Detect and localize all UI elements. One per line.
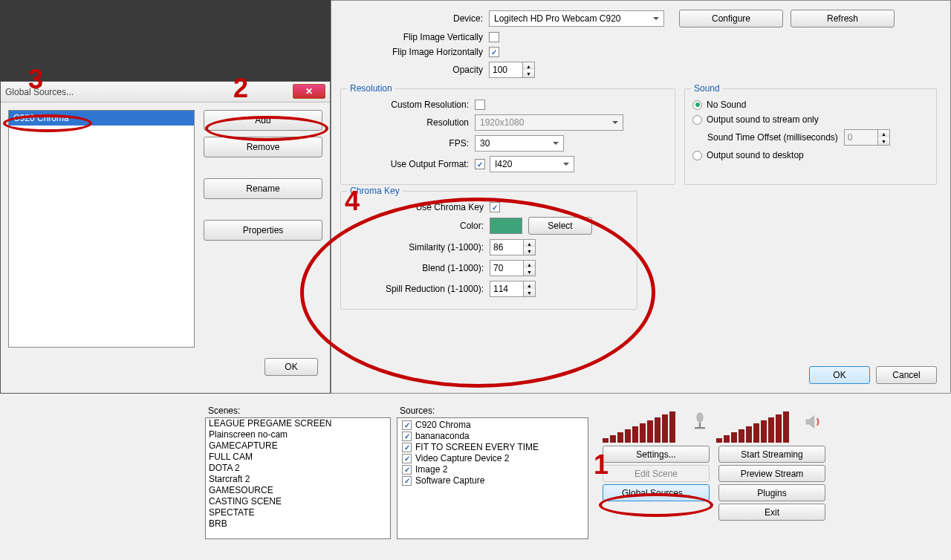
color-label: Color: — [348, 221, 490, 231]
source-item[interactable]: Image 2 — [399, 464, 586, 475]
scene-item[interactable]: GAMESOURCE — [206, 485, 390, 496]
use-chroma-checkbox[interactable] — [490, 202, 500, 212]
mic-icon[interactable] — [689, 411, 710, 432]
ok-button[interactable]: OK — [809, 366, 870, 384]
start-streaming-button[interactable]: Start Streaming — [718, 446, 825, 463]
source-item[interactable]: C920 Chroma — [399, 420, 586, 431]
global-source-item[interactable]: C920 Chroma — [9, 111, 194, 126]
scene-item[interactable]: LEAGUE PREGAME SCREEN — [206, 418, 390, 429]
device-label: Device: — [340, 13, 489, 24]
scene-item[interactable]: FULL CAM — [206, 452, 390, 463]
gs-ok-button[interactable]: OK — [264, 358, 318, 376]
resolution-dropdown[interactable]: 1920x1080 — [475, 114, 623, 131]
settings-button[interactable]: Settings... — [603, 446, 710, 463]
configure-button[interactable]: Configure — [679, 10, 783, 27]
main-window-bottom: Scenes: LEAGUE PREGAME SCREENPlainscreen… — [0, 401, 951, 560]
audio-meters — [603, 406, 825, 444]
source-checkbox[interactable] — [402, 454, 412, 463]
format-label: Use Output Format: — [348, 159, 475, 169]
select-color-button[interactable]: Select — [528, 217, 592, 235]
scene-item[interactable]: GAMECAPTURE — [206, 440, 390, 452]
background-dark — [0, 0, 331, 82]
sources-list[interactable]: C920 ChromabananacondaFIT TO SCREEN EVER… — [397, 417, 588, 539]
flip-v-label: Flip Image Vertically — [340, 32, 489, 42]
device-dropdown[interactable]: Logitech HD Pro Webcam C920 — [489, 10, 664, 27]
source-checkbox[interactable] — [402, 420, 412, 430]
format-checkbox[interactable] — [475, 159, 485, 169]
add-button[interactable]: Add — [204, 110, 322, 131]
stream-sound-radio[interactable] — [692, 115, 702, 125]
sound-group: Sound No Sound Output sound to stream on… — [684, 88, 937, 185]
desktop-sound-radio[interactable] — [692, 151, 702, 160]
scene-item[interactable]: CASTING SCENE — [206, 496, 390, 507]
opacity-spinner[interactable]: ▲▼ — [489, 62, 535, 78]
fps-label: FPS: — [348, 138, 475, 149]
blend-label: Blend (1-1000): — [348, 263, 490, 273]
scenes-list[interactable]: LEAGUE PREGAME SCREENPlainscreen no-camG… — [205, 417, 391, 539]
close-button[interactable]: ✕ — [293, 84, 325, 99]
spill-spinner[interactable]: ▲▼ — [490, 281, 536, 297]
scene-item[interactable]: Plainscreen no-cam — [206, 429, 390, 440]
source-item[interactable]: bananaconda — [399, 431, 586, 442]
chroma-group: Chroma Key Use Chroma Key Color: Select … — [340, 191, 637, 310]
plugins-button[interactable]: Plugins — [718, 484, 825, 501]
color-swatch — [490, 218, 522, 234]
scenes-label: Scenes: — [208, 406, 391, 416]
format-dropdown[interactable]: I420 — [490, 156, 574, 172]
scene-item[interactable]: Starcraft 2 — [206, 474, 390, 485]
global-sources-button[interactable]: Global Sources... — [603, 484, 710, 501]
opacity-label: Opacity — [340, 65, 489, 75]
mic-meter — [603, 406, 712, 443]
scene-item[interactable]: SPECTATE — [206, 507, 390, 518]
custom-res-label: Custom Resolution: — [348, 100, 475, 110]
properties-button[interactable]: Properties — [204, 220, 322, 241]
use-chroma-label: Use Chroma Key — [348, 202, 490, 212]
rename-button[interactable]: Rename — [204, 178, 322, 199]
edit-scene-button: Edit Scene — [603, 465, 710, 482]
source-checkbox[interactable] — [402, 432, 412, 441]
spill-label: Spill Reduction (1-1000): — [348, 284, 490, 294]
exit-button[interactable]: Exit — [718, 504, 825, 521]
fps-dropdown[interactable]: 30 — [475, 135, 564, 152]
no-sound-radio[interactable] — [692, 100, 702, 110]
similarity-label: Similarity (1-1000): — [348, 242, 490, 253]
blend-spinner[interactable]: ▲▼ — [490, 260, 536, 276]
source-item[interactable]: Software Capture — [399, 475, 586, 486]
speaker-icon[interactable] — [803, 411, 824, 432]
dialog-titlebar[interactable]: Global Sources... ✕ — [1, 82, 330, 102]
svg-point-0 — [696, 412, 703, 423]
flip-h-label: Flip Image Horizontally — [340, 47, 489, 57]
offset-label: Sound Time Offset (milliseconds) — [707, 132, 838, 143]
source-item[interactable]: FIT TO SCREEN EVERY TIME — [399, 442, 586, 453]
offset-spinner[interactable]: ▲▼ — [844, 129, 890, 146]
source-item[interactable]: Video Capture Device 2 — [399, 453, 586, 464]
preview-stream-button[interactable]: Preview Stream — [718, 465, 825, 482]
device-properties-dialog: Device: Logitech HD Pro Webcam C920 Conf… — [331, 0, 951, 394]
similarity-spinner[interactable]: ▲▼ — [490, 239, 536, 255]
scene-item[interactable]: DOTA 2 — [206, 463, 390, 474]
flip-h-checkbox[interactable] — [489, 47, 499, 57]
dialog-title: Global Sources... — [5, 87, 74, 97]
resolution-group: Resolution Custom Resolution: Resolution… — [340, 88, 675, 185]
remove-button[interactable]: Remove — [204, 137, 322, 157]
source-checkbox[interactable] — [402, 443, 412, 452]
source-checkbox[interactable] — [402, 465, 412, 475]
refresh-button[interactable]: Refresh — [791, 10, 895, 27]
source-checkbox[interactable] — [402, 476, 412, 486]
flip-v-checkbox[interactable] — [489, 32, 499, 42]
global-sources-list[interactable]: C920 Chroma — [8, 110, 195, 348]
global-sources-dialog: Global Sources... ✕ C920 Chroma Add Remo… — [0, 81, 331, 394]
cancel-button[interactable]: Cancel — [876, 366, 937, 384]
custom-res-checkbox[interactable] — [475, 100, 485, 110]
scene-item[interactable]: BRB — [206, 518, 390, 530]
resolution-label: Resolution — [348, 117, 475, 128]
speaker-meter — [716, 406, 825, 443]
sources-label: Sources: — [400, 406, 588, 416]
